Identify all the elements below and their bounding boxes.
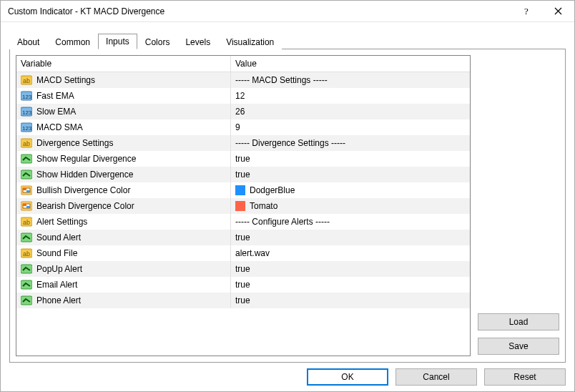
table-row[interactable]: Email Alerttrue [16,277,470,293]
header-variable[interactable]: Variable [16,56,231,72]
variable-cell: Show Regular Divergence [16,151,231,167]
value-text: ----- Configure Alerts ----- [235,217,330,227]
variable-cell: MACD Settings [16,72,231,88]
table-row[interactable]: Bearish Divergence ColorTomato [16,198,470,214]
value-cell[interactable]: true [231,277,470,293]
variable-cell: Sound File [16,245,231,261]
variable-name: Sound Alert [36,232,81,242]
table-row[interactable]: Show Regular Divergencetrue [16,151,470,167]
variable-cell: MACD SMA [16,119,231,135]
variable-name: MACD Settings [36,75,95,85]
value-cell[interactable]: Tomato [231,198,470,214]
value-cell[interactable]: DodgerBlue [231,182,470,198]
value-cell[interactable]: 9 [231,119,470,135]
table-row[interactable]: Slow EMA26 [16,104,470,119]
value-cell[interactable]: true [231,167,470,182]
variable-cell: Email Alert [16,277,231,293]
variable-name: Bullish Divergence Color [36,185,130,195]
value-cell[interactable]: ----- Divergence Settings ----- [231,135,470,151]
color-swatch [235,185,245,195]
variable-name: Bearish Divergence Color [36,201,134,211]
variable-name: MACD SMA [36,122,83,132]
num-type-icon [21,90,32,102]
value-cell[interactable]: true [231,261,470,277]
value-cell[interactable]: true [231,293,470,308]
value-cell[interactable]: 26 [231,104,470,119]
button-label: Cancel [423,372,449,382]
table-row[interactable]: Divergence Settings----- Divergence Sett… [16,135,470,151]
variable-cell: Phone Alert [16,293,231,308]
table-row[interactable]: Sound Alerttrue [16,230,470,245]
table-row[interactable]: MACD SMA9 [16,119,470,135]
tab-strip: About Common Inputs Colors Levels Visual… [9,33,566,49]
value-cell[interactable]: 12 [231,88,470,104]
value-cell[interactable]: true [231,151,470,167]
side-buttons: Load Save [478,55,559,356]
cancel-button[interactable]: Cancel [395,368,477,386]
variable-name: Slow EMA [36,107,76,117]
load-button[interactable]: Load [478,313,559,330]
variable-name: Alert Settings [36,217,87,227]
value-text: 9 [235,122,240,132]
value-text: ----- MACD Settings ----- [235,75,328,85]
ok-button[interactable]: OK [307,368,388,386]
table-row[interactable]: Fast EMA12 [16,88,470,104]
close-button[interactable] [542,1,574,21]
tab-colors[interactable]: Colors [137,34,178,49]
value-cell[interactable]: alert.wav [231,245,470,261]
variable-name: Show Regular Divergence [36,154,136,164]
window-title: Custom Indicator - KT MACD Divergence [8,6,510,16]
table-row[interactable]: Phone Alerttrue [16,293,470,308]
value-cell[interactable]: true [231,230,470,245]
header-value[interactable]: Value [231,56,470,72]
table-row[interactable]: Show Hidden Divergencetrue [16,167,470,182]
value-cell[interactable]: ----- Configure Alerts ----- [231,214,470,230]
bool-type-icon [21,263,32,275]
bool-type-icon [21,153,32,165]
table-row[interactable]: MACD Settings----- MACD Settings ----- [16,72,470,88]
value-text: true [235,280,250,290]
tab-common[interactable]: Common [47,34,98,49]
str-type-icon [21,137,32,149]
variable-cell: Bullish Divergence Color [16,182,231,198]
title-bar: Custom Indicator - KT MACD Divergence ? [1,1,574,22]
footer-buttons: OK Cancel Reset [9,363,566,386]
variable-cell: Slow EMA [16,104,231,119]
table-row[interactable]: Bullish Divergence ColorDodgerBlue [16,182,470,198]
variable-name: Show Hidden Divergence [36,170,133,180]
bool-type-icon [21,232,32,243]
dialog-window: Custom Indicator - KT MACD Divergence ? … [0,0,575,392]
tab-inputs[interactable]: Inputs [98,34,137,49]
variable-name: Email Alert [36,280,77,290]
variable-name: Divergence Settings [36,138,113,148]
num-type-icon [21,106,32,117]
variable-name: Sound File [36,248,77,258]
value-text: true [235,295,250,305]
tab-about[interactable]: About [9,34,47,49]
button-label: Reset [513,372,536,382]
tab-visualization[interactable]: Visualization [218,34,282,49]
value-text: true [235,232,250,242]
tab-pane-inputs: Variable Value MACD Settings----- MACD S… [9,49,566,363]
button-label: Load [509,317,529,327]
help-button[interactable]: ? [510,1,542,21]
content-area: About Common Inputs Colors Levels Visual… [1,22,574,391]
value-text: Tomato [250,201,277,211]
table-row[interactable]: Alert Settings----- Configure Alerts ---… [16,214,470,230]
save-button[interactable]: Save [478,338,559,355]
color-type-icon [21,185,32,196]
variable-name: Fast EMA [36,91,74,101]
value-text: ----- Divergence Settings ----- [235,138,345,148]
value-cell[interactable]: ----- MACD Settings ----- [231,72,470,88]
bool-type-icon [21,279,32,290]
table-row[interactable]: PopUp Alerttrue [16,261,470,277]
tab-levels[interactable]: Levels [177,34,218,49]
reset-button[interactable]: Reset [484,368,566,386]
table-row[interactable]: Sound Filealert.wav [16,245,470,261]
str-type-icon [21,216,32,227]
num-type-icon [21,122,32,133]
str-type-icon [21,74,32,86]
color-type-icon [21,200,32,212]
variable-cell: Alert Settings [16,214,231,230]
tab-label: Visualization [226,37,274,47]
